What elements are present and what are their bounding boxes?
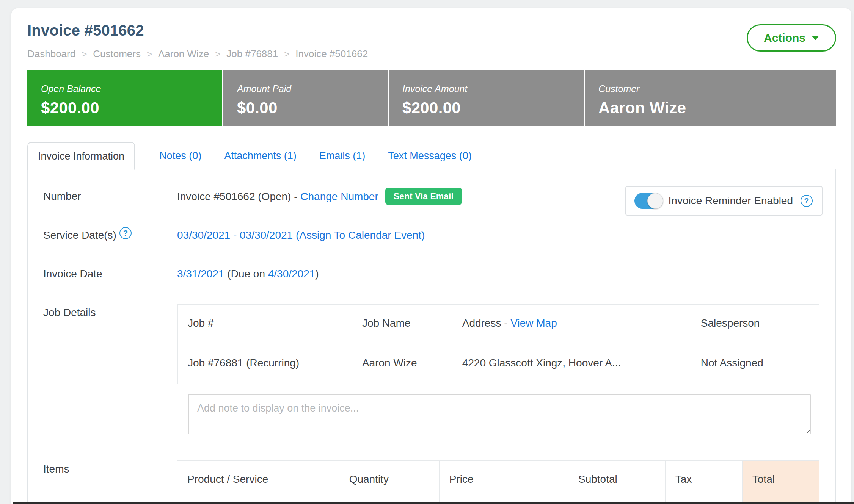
invoice-page-card: Invoice #501662 Dashboard > Customers > … [11, 8, 851, 504]
tab-bar: Invoice Information Notes (0) Attachment… [27, 142, 836, 169]
invoice-amount-value: $200.00 [402, 99, 584, 117]
page-header: Invoice #501662 Dashboard > Customers > … [27, 22, 836, 60]
help-icon[interactable]: ? [119, 227, 132, 239]
amount-paid-label: Amount Paid [237, 83, 388, 94]
invoice-information-panel: Invoice Reminder Enabled ? Number Invoic… [27, 169, 836, 504]
service-dates-row: Service Date(s)? 03/30/2021 - 03/30/2021… [43, 227, 835, 244]
items-table: Product / Service Quantity Price Subtota… [177, 460, 819, 504]
customer-card: Customer Aaron Wize [585, 70, 836, 126]
open-balance-card: Open Balance $200.00 [27, 70, 222, 126]
items-header-row: Product / Service Quantity Price Subtota… [177, 461, 819, 498]
invoice-reminder-box: Invoice Reminder Enabled ? [625, 186, 823, 216]
items-table-wrap: Product / Service Quantity Price Subtota… [177, 460, 835, 504]
assign-to-calendar-event-link[interactable]: (Assign To Calendar Event) [296, 229, 425, 241]
tab-notes[interactable]: Notes (0) [148, 142, 213, 169]
job-details-table: Job # Job Name Address - View Map Salesp… [177, 304, 819, 384]
job-details-row: Job Details Job # Job Name Address - Vie… [43, 304, 835, 446]
help-icon[interactable]: ? [801, 195, 813, 207]
bottom-edge-strip [13, 502, 854, 504]
toggle-knob [647, 193, 663, 209]
title-block: Invoice #501662 Dashboard > Customers > … [27, 22, 368, 60]
breadcrumb-job[interactable]: Job #76881 [226, 48, 278, 60]
tab-text-messages[interactable]: Text Messages (0) [377, 142, 483, 169]
open-balance-label: Open Balance [41, 83, 222, 94]
breadcrumb-customers[interactable]: Customers [93, 48, 141, 60]
sent-via-email-badge: Sent Via Email [385, 188, 462, 205]
invoice-date-value: 3/31/2021 (Due on 4/30/2021) [177, 265, 835, 283]
caret-down-icon [812, 36, 819, 40]
address-header-text: Address - [462, 317, 511, 329]
invoice-number-text: Invoice #501662 (Open) - [177, 191, 300, 202]
change-number-link[interactable]: Change Number [300, 191, 378, 202]
breadcrumb-separator: > [141, 49, 158, 59]
items-label: Items [43, 460, 177, 478]
job-name-cell: Aaron Wize [352, 342, 452, 384]
actions-button[interactable]: Actions [747, 24, 836, 52]
invoice-reminder-label: Invoice Reminder Enabled [669, 195, 793, 207]
tax-header: Tax [665, 461, 742, 498]
summary-cards: Open Balance $200.00 Amount Paid $0.00 I… [27, 70, 836, 126]
tab-emails[interactable]: Emails (1) [308, 142, 377, 169]
amount-paid-card: Amount Paid $0.00 [223, 70, 388, 126]
actions-button-label: Actions [764, 31, 805, 44]
service-dates-value: 03/30/2021 - 03/30/2021 (Assign To Calen… [177, 227, 835, 244]
job-number-cell: Job #76881 (Recurring) [178, 342, 352, 384]
product-service-header: Product / Service [177, 461, 339, 498]
items-row: Items Product / Service Quantity Price S… [43, 460, 835, 504]
breadcrumb: Dashboard > Customers > Aaron Wize > Job… [27, 48, 368, 60]
page-title: Invoice #501662 [27, 22, 368, 39]
job-details-data-row: Job #76881 (Recurring) Aaron Wize 4220 G… [178, 342, 819, 384]
job-name-header: Job Name [352, 305, 452, 342]
address-cell: 4220 Glasscott Xingz, Hoover A... [452, 342, 691, 384]
tab-invoice-information[interactable]: Invoice Information [27, 142, 135, 170]
invoice-date-row: Invoice Date 3/31/2021 (Due on 4/30/2021… [43, 265, 835, 283]
service-dates-label: Service Date(s)? [43, 227, 177, 244]
service-date-range-link[interactable]: 03/30/2021 - 03/30/2021 [177, 229, 293, 241]
open-balance-value: $200.00 [41, 99, 222, 117]
job-details-header-row: Job # Job Name Address - View Map Salesp… [178, 305, 819, 342]
tab-attachments[interactable]: Attachments (1) [213, 142, 308, 169]
view-map-link[interactable]: View Map [510, 317, 557, 329]
price-header: Price [439, 461, 568, 498]
invoice-date-label: Invoice Date [43, 265, 177, 283]
invoice-reminder-toggle[interactable] [634, 193, 661, 209]
invoice-note-input[interactable] [188, 394, 811, 434]
breadcrumb-separator: > [278, 49, 295, 59]
job-number-header: Job # [178, 305, 352, 342]
breadcrumb-dashboard[interactable]: Dashboard [27, 48, 75, 60]
breadcrumb-customer-name[interactable]: Aaron Wize [158, 48, 209, 60]
due-date-link[interactable]: 4/30/2021 [268, 268, 316, 280]
salesperson-cell: Not Assigned [691, 342, 819, 384]
invoice-date-link[interactable]: 3/31/2021 [177, 268, 224, 280]
due-on-text: (Due on [224, 268, 268, 280]
due-on-close-paren: ) [315, 268, 319, 280]
amount-paid-value: $0.00 [237, 99, 388, 117]
breadcrumb-current-invoice: Invoice #501662 [295, 48, 368, 60]
subtotal-header: Subtotal [568, 461, 666, 498]
number-label: Number [43, 188, 177, 205]
job-details-container: Job # Job Name Address - View Map Salesp… [177, 304, 835, 446]
breadcrumb-separator: > [209, 49, 226, 59]
breadcrumb-separator: > [75, 49, 93, 59]
customer-value: Aaron Wize [598, 99, 836, 117]
invoice-amount-card: Invoice Amount $200.00 [389, 70, 584, 126]
job-details-label: Job Details [43, 304, 177, 321]
salesperson-header: Salesperson [691, 305, 819, 342]
quantity-header: Quantity [339, 461, 439, 498]
service-dates-label-text: Service Date(s) [43, 229, 116, 241]
address-header: Address - View Map [452, 305, 691, 342]
customer-label: Customer [598, 83, 836, 94]
total-header: Total [742, 461, 819, 498]
invoice-amount-label: Invoice Amount [402, 83, 584, 94]
